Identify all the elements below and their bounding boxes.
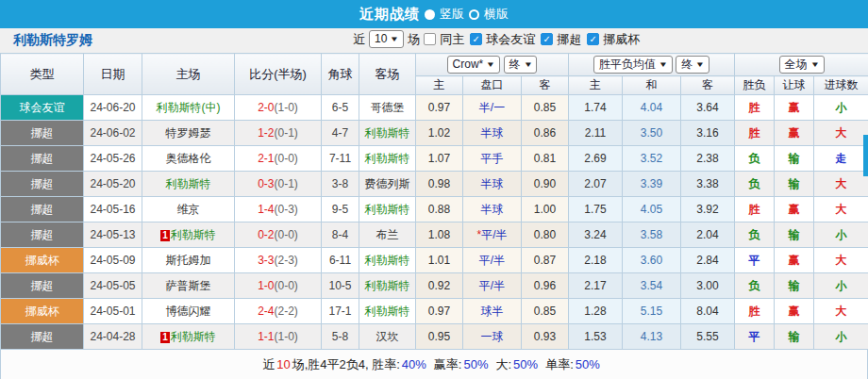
score-cell: 2-1(0-0) [235,146,322,172]
home-team-name[interactable]: 利勒斯特 [171,330,216,343]
home-team-link[interactable]: 特罗姆瑟 [142,121,235,146]
away-team-name[interactable]: 利勒斯特 [365,126,410,140]
home-team-name[interactable]: 斯托姆加 [166,254,211,267]
away-team-link[interactable]: 利勒斯特 [359,273,416,299]
home-team-link[interactable]: 利勒斯特(中) [142,95,235,121]
col-header-avg-draw: 和 [623,76,681,95]
handicap-time-select[interactable]: 终▼ [504,56,538,74]
home-team-link[interactable]: 博德闪耀 [142,299,235,324]
chevron-down-icon: ▼ [390,32,399,46]
away-team-name[interactable]: 哥德堡 [371,101,405,114]
handicap-away-odds: 0.81 [522,146,569,172]
summary-single-label: 单率: [545,356,574,373]
radio-vertical-label[interactable]: 竖版 [440,6,464,23]
away-team-name[interactable]: 利勒斯特 [365,152,410,165]
home-team-name[interactable]: 奥德格伦 [166,152,211,165]
result-outcome: 平 [735,248,775,273]
same-home-label[interactable]: 同主 [440,31,464,48]
avg-away-odds: 3.92 [681,197,735,222]
corner-stat: 8-4 [322,222,359,248]
checkbox-league-friendly[interactable]: ✓ [470,33,482,45]
avg-home-odds: 2.07 [569,172,623,197]
away-team-name[interactable]: 汉坎 [376,330,399,343]
radio-horizontal-label[interactable]: 横版 [484,6,509,23]
avg-away-odds: 2.38 [681,146,735,172]
table-row: 挪超 24-04-28 1利勒斯特 1-1(1-0) 5-8 汉坎 0.95 一… [1,324,868,350]
half-time-score: (2-2) [275,305,298,318]
league-friendly-label[interactable]: 球会友谊 [486,31,535,48]
handicap-outcome: 输 [775,222,814,248]
away-team-link[interactable]: 利勒斯特 [359,299,416,324]
handicap-away-odds: 0.86 [522,121,569,146]
home-team-name[interactable]: 利勒斯特(中) [157,101,221,114]
home-team-name[interactable]: 维京 [177,203,200,216]
away-team-link[interactable]: 费德列斯 [359,172,416,197]
away-team-name[interactable]: 布兰 [376,228,399,241]
scope-group-header: 全场▼ [735,54,868,76]
away-team-name[interactable]: 费德列斯 [365,177,410,190]
away-team-link[interactable]: 利勒斯特 [359,121,416,146]
away-team-name[interactable]: 利勒斯特 [365,279,410,292]
avg-away-odds: 5.55 [681,324,735,350]
away-team-name[interactable]: 利勒斯特 [365,254,410,267]
final-score: 1-1 [258,330,274,343]
home-team-link[interactable]: 维京 [142,197,235,222]
home-team-link[interactable]: 利勒斯特 [142,172,235,197]
handicap-outcome: 赢 [775,248,814,273]
away-team-link[interactable]: 利勒斯特 [359,248,416,273]
home-team-name[interactable]: 特罗姆瑟 [166,126,211,140]
home-team-name[interactable]: 利勒斯特 [171,228,216,241]
chevron-down-icon: ▼ [659,58,668,72]
checkbox-league-norway-cup[interactable]: ✓ [587,33,599,45]
away-team-link[interactable]: 利勒斯特 [359,146,416,172]
avg-type-select[interactable]: 胜平负均值▼ [593,56,673,74]
score-cell: 0-2(0-0) [235,222,322,248]
bookmaker-select[interactable]: Crow*▼ [447,56,501,74]
avg-away-odds: 3.64 [681,95,735,121]
col-header-handicap-away: 客 [522,76,569,95]
home-team-name[interactable]: 博德闪耀 [166,305,211,318]
league-norway-cup-label[interactable]: 挪威杯 [603,31,640,48]
checkbox-league-eliteserien[interactable]: ✓ [541,33,553,45]
avg-away-odds: 2.04 [681,222,735,248]
away-team-name[interactable]: 利勒斯特 [365,203,410,216]
avg-draw-odds: 3.54 [623,273,681,299]
handicap-line-text: 平/半 [481,228,507,241]
away-team-link[interactable]: 哥德堡 [359,95,416,121]
away-team-name[interactable]: 利勒斯特 [365,305,410,318]
home-team-name[interactable]: 萨普斯堡 [166,279,211,292]
home-team-link[interactable]: 1利勒斯特 [142,222,235,248]
avg-draw-odds: 4.05 [623,197,681,222]
home-team-link[interactable]: 斯托姆加 [142,248,235,273]
avg-home-odds: 2.18 [569,248,623,273]
goals-outcome: 小 [814,222,868,248]
avg-type-value: 胜平负均值 [599,58,656,72]
goals-outcome: 小 [814,95,868,121]
handicap-line-text: 平/半 [479,254,505,267]
corner-stat: 10-5 [322,273,359,299]
checkbox-same-home[interactable] [424,33,436,45]
away-team-link[interactable]: 布兰 [359,222,416,248]
home-team-link[interactable]: 1利勒斯特 [142,324,235,350]
half-time-score: (0-0) [275,152,298,165]
scope-select[interactable]: 全场▼ [779,56,825,74]
radio-horizontal-layout[interactable] [469,9,479,20]
summary-near: 近 [262,356,275,373]
bookmaker-value: Crow* [453,58,484,72]
handicap-line: 半/一 [463,95,522,121]
avg-time-select[interactable]: 终▼ [676,56,709,74]
away-team-link[interactable]: 汉坎 [359,324,416,350]
scrollbar-thumb[interactable] [863,135,868,176]
match-type-badge: 挪超 [1,197,84,222]
results-table: 类型 日期 主场 比分(半场) 角球 客场 Crow*▼ 终▼ 胜平负均值▼ 终… [0,53,868,350]
corner-stat: 6-11 [322,248,359,273]
match-count-select[interactable]: 10 ▼ [369,30,404,48]
home-team-link[interactable]: 萨普斯堡 [142,273,235,299]
league-eliteserien-label[interactable]: 挪超 [557,31,581,48]
away-team-link[interactable]: 利勒斯特 [359,197,416,222]
home-team-name[interactable]: 利勒斯特 [166,177,211,190]
home-team-link[interactable]: 奥德格伦 [142,146,235,172]
radio-vertical-layout[interactable] [425,9,435,20]
final-score: 0-2 [258,228,274,241]
summary-count: 10 [276,357,290,371]
